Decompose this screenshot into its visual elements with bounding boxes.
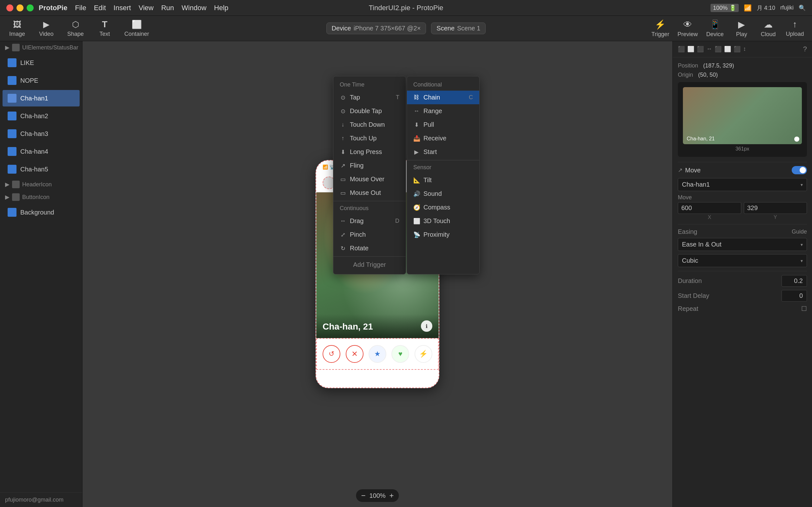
scene-selector[interactable]: Scene Scene 1 (431, 22, 486, 34)
trigger-long-press[interactable]: ⬇ Long Press (334, 145, 406, 159)
trigger-range[interactable]: ↔ Range (407, 104, 479, 118)
sidebar-item-cha-han4[interactable]: Cha-han4 (3, 143, 80, 160)
sidebar-item-status-bar[interactable]: ▶ UIElements/StatusBar (0, 41, 82, 54)
zoom-minus[interactable]: − (361, 491, 365, 500)
search-icon[interactable]: 🔍 (799, 4, 806, 11)
trigger-mouse-over[interactable]: ▭ Mouse Over (334, 172, 406, 186)
action-play-label: Play (736, 31, 747, 38)
action-upload-label: Upload (786, 31, 804, 38)
help-icon[interactable]: ? (803, 45, 807, 53)
heart-button[interactable]: ♥ (392, 345, 409, 363)
minimize-button[interactable] (16, 4, 23, 11)
drag-icon: ↔ (340, 218, 346, 224)
device-selector[interactable]: Device iPhone 7 375×667 @2× (326, 22, 426, 34)
repeat-toggle[interactable]: ☐ (801, 305, 807, 313)
menu-app[interactable]: ProtoPie (39, 4, 67, 12)
tool-container[interactable]: ⬜ Container (124, 20, 149, 38)
move-toggle[interactable] (792, 166, 807, 174)
sidebar-item-nope[interactable]: NOPE (3, 72, 80, 89)
nope-button[interactable]: ✕ (346, 345, 363, 363)
tool-shape[interactable]: ⬡ Shape (66, 20, 85, 38)
move-y-input[interactable] (744, 202, 807, 214)
right-panel-body: Position (187.5, 329) Origin (50, 50) Ch… (673, 57, 812, 507)
receive-icon: 📥 (413, 135, 420, 142)
align-top-icon[interactable]: ⬛ (715, 46, 722, 53)
sidebar-item-button-icon[interactable]: ▶ ButtonIcon (0, 191, 82, 204)
trigger-double-tap[interactable]: ⊙ Double Tap (334, 104, 406, 118)
target-dropdown[interactable]: Cha-han1 ▾ (678, 178, 807, 191)
zoom-plus[interactable]: + (390, 491, 394, 500)
easing-type-dropdown[interactable]: Cubic ▾ (678, 254, 807, 267)
start-delay-value[interactable]: 0 (781, 290, 807, 302)
trigger-pull[interactable]: ⬇ Pull (407, 118, 479, 131)
menu-file[interactable]: File (75, 4, 86, 12)
sidebar-item-cha-han5[interactable]: Cha-han5 (3, 161, 80, 177)
star-button[interactable]: ★ (368, 345, 386, 363)
battery-indicator: 100% 🔋 (711, 4, 739, 12)
distribute-v-icon[interactable]: ↕ (743, 46, 746, 53)
close-button[interactable] (6, 4, 13, 11)
tool-text[interactable]: T Text (95, 19, 114, 38)
menu-window[interactable]: Window (182, 4, 206, 12)
menu-help[interactable]: Help (214, 4, 229, 12)
menu-edit[interactable]: Edit (94, 4, 106, 12)
canvas-area[interactable]: 📶 📡 9:41 AM 🔷 100% 🔋 🔥 (83, 41, 672, 507)
action-trigger[interactable]: ⚡ Trigger (651, 19, 670, 38)
trigger-start[interactable]: ▶ Start (407, 145, 479, 159)
separator-1 (678, 162, 807, 162)
sidebar-item-like[interactable]: LIKE (3, 55, 80, 71)
sidebar-item-header-icon[interactable]: ▶ HeaderIcon (0, 178, 82, 191)
trigger-pinch[interactable]: ⤢ Pinch (334, 228, 406, 241)
trigger-receive[interactable]: 📥 Receive (407, 131, 479, 145)
trigger-drag[interactable]: ↔ Drag D (334, 214, 406, 228)
align-middle-icon[interactable]: ⬜ (724, 46, 731, 53)
sidebar-item-cha-han3[interactable]: Cha-han3 (3, 125, 80, 142)
move-y-group: Y (744, 202, 807, 220)
align-right-icon[interactable]: ⬛ (697, 46, 704, 53)
action-preview[interactable]: 👁 Preview (677, 19, 698, 38)
sidebar-item-cha-han2[interactable]: Cha-han2 (3, 108, 80, 124)
bolt-button[interactable]: ⚡ (415, 345, 432, 363)
trigger-touch-up[interactable]: ↑ Touch Up (334, 131, 406, 145)
sidebar-item-cha-han1[interactable]: Cha-han1 (3, 90, 80, 107)
action-cloud[interactable]: ☁ Cloud (759, 19, 778, 38)
trigger-mouse-out[interactable]: ▭ Mouse Out (334, 186, 406, 200)
touch-down-icon: ↓ (340, 121, 346, 128)
info-button[interactable]: ℹ (421, 320, 432, 332)
trigger-touch-down[interactable]: ↓ Touch Down (334, 118, 406, 131)
sidebar-item-background[interactable]: Background (3, 204, 80, 221)
trigger-pinch-label: Pinch (350, 231, 366, 238)
easing-dropdown[interactable]: Ease In & Out ▾ (678, 238, 807, 251)
zoom-level: 100% (369, 492, 386, 499)
trigger-tap[interactable]: ⊙ Tap T (334, 91, 406, 104)
action-device[interactable]: 📱 Device (705, 19, 724, 38)
tool-video[interactable]: ▶ Video (37, 20, 56, 38)
trigger-compass[interactable]: 🧭 Compass (407, 201, 479, 214)
distribute-h-icon[interactable]: ↔ (706, 46, 712, 53)
duration-value[interactable]: 0.2 (781, 275, 807, 287)
menu-run[interactable]: Run (161, 4, 174, 12)
action-upload[interactable]: ↑ Upload (785, 19, 804, 38)
rewind-button[interactable]: ↺ (322, 345, 340, 363)
align-center-icon[interactable]: ⬜ (687, 46, 694, 53)
fullscreen-button[interactable] (27, 4, 34, 11)
tool-image[interactable]: 🖼 Image (8, 20, 27, 38)
move-x-input[interactable] (678, 202, 741, 214)
action-play[interactable]: ▶ Play (732, 19, 751, 38)
align-left-icon[interactable]: ⬛ (678, 46, 685, 53)
trigger-tilt[interactable]: 📐 Tilt (407, 173, 479, 187)
tool-container-label: Container (124, 31, 149, 38)
trigger-sound[interactable]: 🔊 Sound (407, 187, 479, 201)
trigger-proximity[interactable]: 📡 Proximity (407, 228, 479, 241)
trigger-mouse-out-label: Mouse Out (350, 189, 381, 196)
align-bottom-icon[interactable]: ⬛ (734, 46, 741, 53)
trigger-3d-touch[interactable]: ⬜ 3D Touch (407, 214, 479, 228)
move-y-label: Y (744, 215, 807, 220)
add-trigger-button[interactable]: Add Trigger (334, 258, 406, 272)
trigger-chain[interactable]: ⛓ Chain C (407, 91, 479, 104)
sidebar-label-header-icon: HeaderIcon (22, 181, 52, 188)
menu-insert[interactable]: Insert (113, 4, 131, 12)
trigger-fling[interactable]: ↗ Fling (334, 159, 406, 172)
menu-view[interactable]: View (139, 4, 154, 12)
trigger-rotate[interactable]: ↻ Rotate (334, 241, 406, 255)
